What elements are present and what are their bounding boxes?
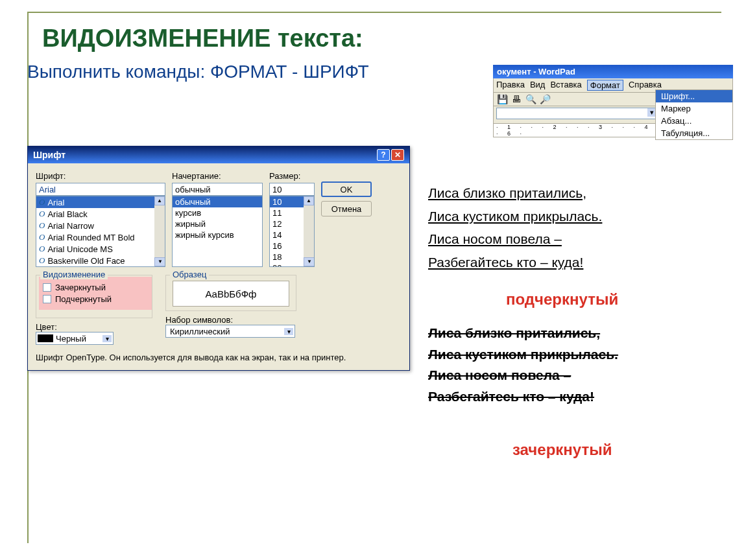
slide-title: ВИДОИЗМЕНЕНИЕ текста: (42, 25, 363, 52)
menu-format[interactable]: Формат (587, 80, 623, 91)
font-label: Шрифт: (36, 171, 165, 181)
size-input[interactable] (269, 183, 315, 196)
color-label: Цвет: (36, 322, 152, 332)
charset-combo[interactable]: Кириллический (165, 325, 295, 338)
sample-text: AaBbБбФф (173, 281, 289, 307)
menu-pravka[interactable]: Правка (496, 80, 525, 91)
close-button[interactable]: ✕ (391, 149, 404, 161)
wordpad-window: окумент - WordPad Правка Вид Вставка Фор… (493, 65, 733, 137)
label-underlined: подчеркнутый (506, 290, 618, 309)
effects-highlight: Зачеркнутый Подчеркнутый (39, 277, 152, 310)
poem-s-line4: Разбегайтесь кто – куда! (428, 386, 618, 408)
font-listbox[interactable]: OArial OArial Black OArial Narrow OArial… (36, 196, 165, 267)
find-icon[interactable]: 🔎 (539, 94, 551, 104)
menu-vstavka[interactable]: Вставка (550, 80, 581, 91)
style-label: Начертание: (172, 171, 263, 181)
save-icon[interactable]: 💾 (496, 94, 508, 104)
ok-button[interactable]: OK (321, 181, 372, 197)
label-strikethrough: зачеркнутый (512, 441, 612, 459)
effects-legend: Видоизменение (40, 270, 108, 279)
strike-checkbox[interactable] (43, 283, 51, 292)
help-button[interactable]: ? (377, 149, 390, 161)
underline-checkbox[interactable] (43, 295, 51, 303)
sample-group: Образец AaBbБбФф (165, 275, 296, 311)
font-input[interactable] (36, 183, 165, 196)
strike-checkbox-row: Зачеркнутый (43, 283, 145, 292)
underline-checkbox-row: Подчеркнутый (43, 294, 145, 304)
font-name-combo[interactable] (496, 108, 658, 119)
cancel-button[interactable]: Отмена (321, 201, 372, 216)
charset-label: Набор символов: (165, 315, 296, 325)
style-input[interactable] (172, 183, 263, 196)
font-scrollbar[interactable] (154, 196, 165, 266)
dropdown-tab[interactable]: Табуляция... (656, 127, 732, 139)
dialog-titlebar: Шрифт ? ✕ (28, 146, 409, 163)
wordpad-titlebar: окумент - WordPad (493, 65, 733, 78)
dropdown-marker[interactable]: Маркер (656, 102, 732, 115)
dialog-title-text: Шрифт (33, 150, 66, 160)
poem-s-line3: Лиса носом повела – (428, 365, 618, 386)
size-label: Размер: (269, 171, 315, 181)
dropdown-shrift[interactable]: Шрифт... (656, 90, 732, 102)
poem-u-line2: Лиса кустиком прикрылась. (428, 205, 602, 228)
poem-u-line1: Лиса близко притаились, (428, 181, 602, 205)
poem-u-line4: Разбегайтесь кто – куда! (428, 251, 602, 274)
poem-s-line1: Лиса близко притаились, (428, 323, 618, 344)
poem-s-line2: Лиса кустиком прикрылась. (428, 344, 618, 366)
print-icon[interactable]: 🖶 (511, 94, 522, 104)
font-dialog: Шрифт ? ✕ Шрифт: OArial OArial Black OAr… (27, 146, 410, 371)
poem-u-line3: Лиса носом повела – (428, 228, 602, 251)
poem-underlined: Лиса близко притаились, Лиса кустиком пр… (428, 181, 602, 274)
dropdown-abzac[interactable]: Абзац... (656, 115, 732, 127)
slide-subtitle: Выполнить команды: ФОРМАТ - ШРИФТ (27, 62, 369, 82)
font-item-arial: OArial (36, 196, 165, 208)
menu-vid[interactable]: Вид (530, 80, 546, 91)
color-combo[interactable]: Черный (36, 332, 114, 345)
size-scrollbar[interactable] (304, 196, 314, 266)
sample-legend: Образец (170, 270, 209, 279)
preview-icon[interactable]: 🔍 (525, 94, 536, 104)
format-dropdown[interactable]: Шрифт... Маркер Абзац... Табуляция... (655, 89, 733, 140)
poem-strikethrough: Лиса близко притаились, Лиса кустиком пр… (428, 323, 618, 407)
dialog-help-text: Шрифт OpenType. Он используется для выво… (36, 353, 402, 362)
effects-group: Видоизменение Зачеркнутый Подчеркнутый (36, 275, 152, 318)
color-swatch (38, 334, 53, 342)
style-listbox[interactable]: обычный курсив жирный жирный курсив (172, 196, 263, 267)
size-listbox[interactable]: 10 11 12 14 16 18 20 (269, 196, 315, 267)
